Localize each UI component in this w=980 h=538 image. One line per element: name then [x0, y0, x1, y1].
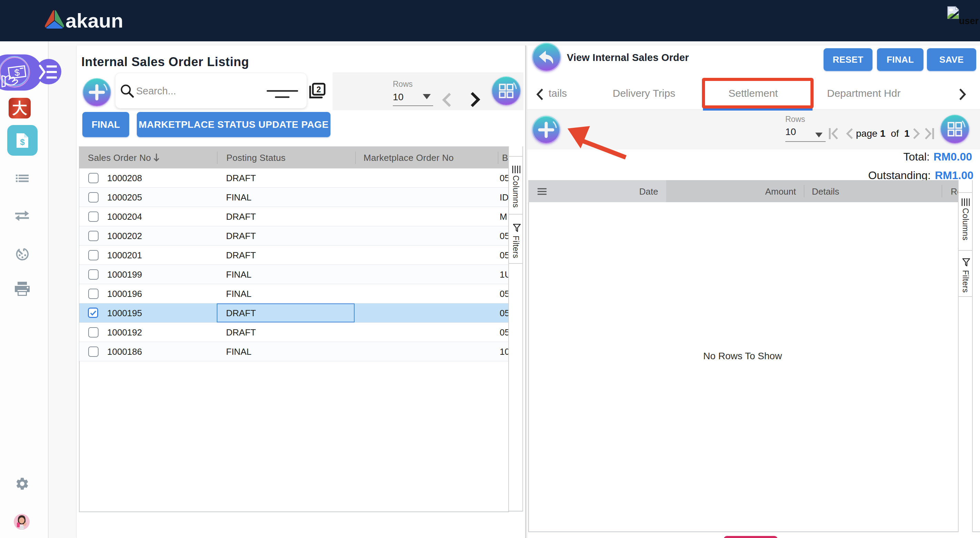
- svg-text:2: 2: [317, 85, 321, 94]
- svg-text:$: $: [20, 137, 25, 147]
- svg-text:$: $: [14, 67, 20, 78]
